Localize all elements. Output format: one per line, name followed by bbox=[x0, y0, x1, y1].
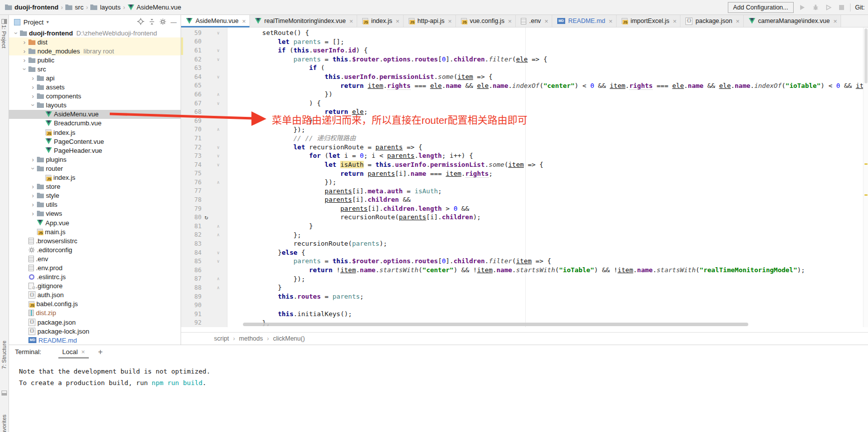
editor-breadcrumb-item[interactable]: methods bbox=[239, 335, 263, 342]
chevron-icon[interactable]: › bbox=[29, 156, 37, 163]
close-icon[interactable]: × bbox=[448, 17, 452, 25]
terminal-tab-local[interactable]: Local × bbox=[60, 345, 87, 359]
editor-tab[interactable]: JShttp-api.js× bbox=[404, 15, 456, 27]
tree-item[interactable]: ›store bbox=[9, 182, 181, 191]
horizontal-scrollbar[interactable] bbox=[243, 323, 748, 326]
fold-marker[interactable]: ∨ bbox=[210, 30, 226, 35]
breadcrumb-item[interactable]: duoji-frontend bbox=[5, 3, 58, 11]
fold-marker[interactable]: ∧ bbox=[210, 92, 226, 97]
tree-item[interactable]: ›src bbox=[9, 64, 181, 73]
chevron-icon[interactable]: › bbox=[20, 56, 28, 64]
tree-item[interactable]: JSindex.js bbox=[9, 173, 181, 182]
tree-item[interactable]: {}package-lock.json bbox=[9, 327, 181, 336]
editor-tab[interactable]: cameraManage\index.vue× bbox=[744, 15, 841, 27]
editor-tab[interactable]: JSimportExcel.js× bbox=[617, 15, 680, 27]
fold-marker[interactable]: ∧ bbox=[210, 232, 226, 237]
editor-tab[interactable]: realTimeMonitoring\index.vue× bbox=[250, 15, 357, 27]
fold-marker[interactable]: ∨ bbox=[210, 48, 226, 53]
chevron-icon[interactable]: › bbox=[29, 83, 37, 91]
tree-item[interactable]: ›components bbox=[9, 92, 181, 101]
collapse-all-icon[interactable] bbox=[149, 18, 155, 26]
close-icon[interactable]: × bbox=[508, 17, 512, 25]
tree-item[interactable]: .editorconfig bbox=[9, 245, 181, 254]
fold-marker[interactable]: ∨ bbox=[210, 259, 226, 264]
editor-tab[interactable]: MDREADME.md× bbox=[552, 15, 617, 27]
tree-item[interactable]: {}auth.json bbox=[9, 291, 181, 300]
fold-marker[interactable]: ∨ bbox=[210, 153, 226, 158]
fold-marker[interactable]: ∧ bbox=[210, 285, 226, 290]
breadcrumb-item[interactable]: AsideMenu.vue bbox=[128, 3, 182, 11]
close-icon[interactable]: × bbox=[81, 348, 85, 356]
project-panel-title[interactable]: Project bbox=[23, 18, 43, 26]
breadcrumb-item[interactable]: layouts bbox=[90, 3, 120, 11]
chevron-icon[interactable]: › bbox=[20, 38, 28, 46]
fold-marker[interactable]: ∧ bbox=[210, 224, 226, 229]
settings-gear-icon[interactable] bbox=[160, 18, 166, 26]
warning-stripe-mark[interactable] bbox=[865, 163, 868, 165]
tree-item[interactable]: ›public bbox=[9, 55, 181, 64]
error-stripe[interactable] bbox=[863, 27, 868, 327]
editor-tab[interactable]: JSvue.config.js× bbox=[456, 15, 516, 27]
tree-item[interactable]: dist.zip bbox=[9, 309, 181, 318]
close-icon[interactable]: × bbox=[242, 17, 246, 25]
debug-bug-icon[interactable] bbox=[811, 3, 820, 11]
fold-marker[interactable]: ∧ bbox=[210, 180, 226, 185]
editor-breadcrumb-item[interactable]: script bbox=[214, 335, 229, 342]
tree-item[interactable]: App.vue bbox=[9, 218, 181, 227]
close-icon[interactable]: × bbox=[349, 17, 353, 25]
tree-item[interactable]: JSbabel.config.js bbox=[9, 300, 181, 309]
fold-marker[interactable]: ∨ bbox=[210, 145, 226, 150]
tree-item[interactable]: PageContent.vue bbox=[9, 137, 181, 146]
close-icon[interactable]: × bbox=[609, 17, 613, 25]
chevron-icon[interactable]: › bbox=[29, 101, 37, 109]
chevron-icon[interactable]: › bbox=[29, 92, 37, 100]
tree-item[interactable]: Breadcrumb.vue bbox=[9, 119, 181, 128]
tree-item[interactable]: .env bbox=[9, 254, 181, 263]
tree-item[interactable]: .env.prod bbox=[9, 263, 181, 272]
tree-item[interactable]: JSindex.js bbox=[9, 128, 181, 137]
fold-marker[interactable]: ∨ bbox=[210, 101, 226, 106]
stripe-structure-label[interactable]: 7: Structure bbox=[1, 341, 7, 369]
tree-item[interactable]: .eslintrc.js bbox=[9, 273, 181, 282]
tree-item[interactable]: ›style bbox=[9, 191, 181, 200]
stripe-favorites-label[interactable]: 2: Favorites bbox=[1, 415, 7, 432]
tree-item[interactable]: ›api bbox=[9, 73, 181, 82]
chevron-icon[interactable]: › bbox=[29, 183, 37, 190]
vertical-scrollbar-thumb[interactable] bbox=[865, 28, 868, 83]
tree-item[interactable]: MDREADME.md bbox=[9, 336, 181, 345]
chevron-icon[interactable]: › bbox=[29, 164, 37, 172]
editor-tab[interactable]: .env× bbox=[516, 15, 552, 27]
code-viewport[interactable]: 59∨ setRoute() {60 let parents = [];61∨ … bbox=[181, 27, 868, 327]
chevron-icon[interactable]: › bbox=[29, 201, 37, 208]
terminal-output[interactable]: Note that the development build is not o… bbox=[9, 359, 868, 389]
close-icon[interactable]: × bbox=[736, 17, 740, 25]
new-terminal-session-button[interactable]: + bbox=[98, 348, 102, 357]
stripe-project-label[interactable]: 1: Project bbox=[1, 25, 7, 48]
fold-marker[interactable]: ∧ bbox=[210, 276, 226, 281]
tree-item[interactable]: ›duoji-frontendD:\zheheWeb\duoji-fronten… bbox=[9, 28, 181, 37]
chevron-icon[interactable]: › bbox=[29, 74, 37, 82]
stop-icon[interactable] bbox=[837, 3, 846, 11]
tree-item[interactable]: ›dist bbox=[9, 37, 181, 46]
editor-tab[interactable]: AsideMenu.vue× bbox=[181, 15, 250, 27]
fold-marker[interactable]: ∨ bbox=[210, 162, 226, 167]
tree-item[interactable]: ⊘.gitignore bbox=[9, 282, 181, 291]
chevron-icon[interactable]: › bbox=[29, 210, 37, 217]
hide-panel-icon[interactable]: — bbox=[171, 19, 177, 26]
tree-item[interactable]: ›views bbox=[9, 209, 181, 218]
close-icon[interactable]: × bbox=[673, 17, 677, 25]
tree-item[interactable]: ›plugins bbox=[9, 155, 181, 164]
close-icon[interactable]: × bbox=[396, 17, 400, 25]
breadcrumb-item[interactable]: src bbox=[65, 3, 83, 11]
tree-item[interactable]: AsideMenu.vue bbox=[9, 110, 181, 119]
chevron-icon[interactable]: › bbox=[29, 192, 37, 199]
fold-marker[interactable]: ∨ bbox=[210, 250, 226, 255]
add-configuration-button[interactable]: Add Configuration... bbox=[728, 2, 794, 13]
tree-item[interactable]: ›layouts bbox=[9, 101, 181, 110]
tree-item[interactable]: PageHeader.vue bbox=[9, 146, 181, 155]
tree-item[interactable]: .browserslistrc bbox=[9, 236, 181, 245]
git-label[interactable]: Git: bbox=[855, 4, 868, 11]
tree-item[interactable]: JSmain.js bbox=[9, 227, 181, 236]
warning-stripe-mark[interactable] bbox=[865, 194, 868, 196]
tree-item[interactable]: ›router bbox=[9, 164, 181, 173]
